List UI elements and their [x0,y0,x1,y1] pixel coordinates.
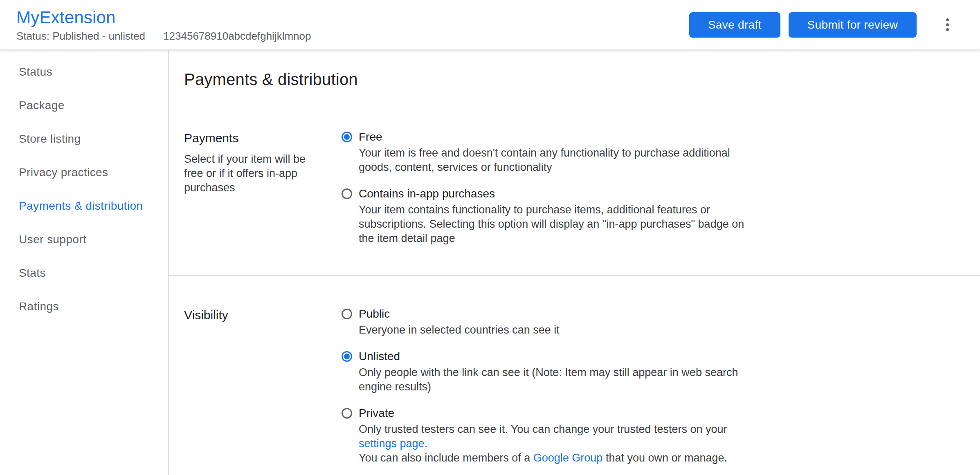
radio-button-icon[interactable] [342,351,352,362]
radio-button-icon[interactable] [342,132,352,142]
google-group-link[interactable]: Google Group [533,452,603,464]
radio-row[interactable]: Contains in-app purchases [342,187,964,201]
publish-status: Status: Published - unlisted [16,30,145,42]
sidebar-item-user-support[interactable]: User support [0,223,168,256]
main-content: Payments & distribution Payments Select … [169,50,980,475]
radio-button-icon[interactable] [342,188,352,199]
payments-option-free: Free Your item is free and doesn't conta… [342,130,964,175]
kebab-menu-icon [946,18,949,21]
sidebar-item-label: Package [19,99,65,112]
sidebar-item-store-listing[interactable]: Store listing [0,122,168,156]
body-row: Status Package Store listing Privacy pra… [0,50,980,475]
radio-label: Public [359,307,390,320]
radio-label: Free [359,130,382,143]
sidebar-item-label: Stats [19,267,46,280]
kebab-menu-icon [946,28,949,31]
radio-row[interactable]: Free [342,130,964,144]
radio-description: Only people with the link can see it (No… [359,365,817,394]
radio-label: Contains in-app purchases [359,187,495,200]
save-draft-button[interactable]: Save draft [689,12,780,38]
sidebar-item-label: Payments & distribution [19,199,143,213]
visibility-option-unlisted: Unlisted Only people with the link can s… [342,350,964,394]
radio-row[interactable]: Unlisted [342,350,964,363]
payments-section: Payments Select if your item will be fre… [169,130,980,275]
header: MyExtension Status: Published - unlisted… [0,0,980,50]
submit-for-review-button[interactable]: Submit for review [789,12,917,38]
sidebar-item-label: User support [19,233,86,246]
sidebar-item-label: Store listing [19,132,81,146]
sidebar-item-stats[interactable]: Stats [0,256,168,290]
sidebar-item-package[interactable]: Package [0,89,168,122]
sidebar-item-ratings[interactable]: Ratings [0,290,168,323]
radio-button-icon[interactable] [342,309,352,319]
sidebar-item-label: Privacy practices [19,166,108,179]
header-title-block: MyExtension Status: Published - unlisted… [16,7,311,42]
sidebar-item-label: Status [19,65,52,78]
radio-description: Your item contains functionality to purc… [359,203,817,246]
sidebar-item-label: Ratings [19,300,59,313]
payments-option-contains-in-app-purchases: Contains in-app purchases Your item cont… [342,187,964,246]
chrome-webstore-developer-dashboard: MyExtension Status: Published - unlisted… [0,0,980,475]
radio-label: Private [359,407,394,420]
payments-section-header: Payments Select if your item will be fre… [184,130,342,246]
more-options-button[interactable] [942,16,953,34]
radio-description: Your item is free and doesn't contain an… [359,146,817,175]
radio-row[interactable]: Public [342,307,964,321]
visibility-section: Visibility Public Everyone in selected c… [169,276,980,465]
visibility-option-private: Private Only trusted testers can see it.… [342,406,964,465]
extension-title: MyExtension [16,7,311,28]
page-title: Payments & distribution [184,69,980,90]
sidebar-item-payments-distribution[interactable]: Payments & distribution [0,189,168,223]
visibility-options: Public Everyone in selected countries ca… [342,307,964,465]
payments-section-description: Select if your item will be free or if i… [184,152,342,195]
payments-section-label: Payments [184,130,342,146]
radio-description: Only trusted testers can see it. You can… [359,422,817,465]
radio-row[interactable]: Private [342,406,964,420]
header-actions: Save draft Submit for review [681,12,953,38]
sidebar-nav: Status Package Store listing Privacy pra… [0,50,169,475]
extension-id: 12345678910abcdefghijklmnop [163,30,311,42]
visibility-section-label: Visibility [184,307,342,323]
sidebar-item-status[interactable]: Status [0,55,168,89]
visibility-option-public: Public Everyone in selected countries ca… [342,307,964,337]
visibility-section-header: Visibility [184,307,342,465]
radio-label: Unlisted [359,350,400,363]
radio-description: Everyone in selected countries can see i… [359,323,817,337]
radio-button-icon[interactable] [342,408,352,419]
settings-page-link[interactable]: settings page [359,437,425,450]
status-row: Status: Published - unlisted12345678910a… [16,30,311,42]
kebab-menu-icon [946,23,949,26]
payments-options: Free Your item is free and doesn't conta… [342,130,964,246]
sidebar-item-privacy-practices[interactable]: Privacy practices [0,156,168,189]
